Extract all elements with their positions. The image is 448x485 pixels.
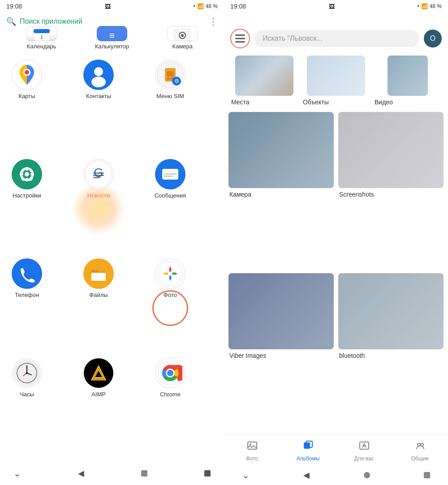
svg-point-7 <box>181 34 184 37</box>
notification-icon-right: 🖼 <box>329 3 335 10</box>
tab-photos[interactable]: Фото <box>224 438 280 464</box>
dot-right: • <box>417 3 419 9</box>
hamburger-button[interactable] <box>230 29 250 48</box>
app-aimp[interactable]: AIMP <box>76 358 121 457</box>
nav-recents-right[interactable] <box>424 472 430 478</box>
nav-home-left[interactable] <box>141 470 147 476</box>
app-messages-label: Сообщения <box>155 192 186 199</box>
bottom-nav-left: ⌄ ◀ <box>0 462 224 485</box>
status-bar-left: 19:08 🖼 • 📶 48 % <box>0 0 224 13</box>
tab-photos-label: Фото <box>246 455 258 462</box>
app-camera[interactable]: Камера <box>160 26 205 50</box>
avatar-button[interactable]: O <box>424 30 442 47</box>
svg-rect-65 <box>248 442 257 449</box>
nav-dropdown-left[interactable]: ⌄ <box>13 468 21 479</box>
app-calendar[interactable]: 1 Календарь <box>19 26 64 50</box>
app-files-label: Файлы <box>89 292 108 298</box>
svg-rect-64 <box>235 41 245 43</box>
battery-left: 48 % <box>206 3 218 9</box>
nav-recents-left[interactable] <box>204 470 211 476</box>
search-icon: 🔍 <box>6 17 16 26</box>
app-chrome[interactable]: Chrome <box>148 358 193 457</box>
tab-foryou[interactable]: Для вас <box>336 438 392 464</box>
svg-point-71 <box>418 443 420 446</box>
app-contacts-label: Контакты <box>86 93 111 99</box>
app-aimp-label: AIMP <box>91 391 106 398</box>
nav-dropdown-right[interactable]: ⌄ <box>242 470 250 481</box>
svg-rect-36 <box>93 177 100 178</box>
app-clock[interactable]: Часы <box>4 358 49 457</box>
app-clock-label: Часы <box>20 391 34 398</box>
svg-text:1: 1 <box>40 35 43 40</box>
category-places[interactable]: Места <box>228 56 300 106</box>
tab-albums-icon <box>303 440 314 454</box>
app-calculator[interactable]: ⊞ Калькулятор <box>90 26 134 50</box>
app-news-label: Новости <box>87 192 110 199</box>
album-bluetooth[interactable]: bluetooth <box>338 273 444 430</box>
nav-home-right[interactable] <box>364 472 370 478</box>
svg-point-10 <box>25 70 29 75</box>
album-grid: Камера Screenshots Viber Images blueto <box>224 107 448 434</box>
album-camera-label: Камера <box>228 191 334 198</box>
app-chrome-label: Chrome <box>160 391 181 398</box>
status-icons-left: • 📶 48 % <box>193 3 218 9</box>
app-sim[interactable]: ⚙ Меню SIM <box>148 60 193 159</box>
svg-rect-63 <box>235 38 245 39</box>
app-phone[interactable]: Телефон <box>4 258 49 358</box>
album-screenshots[interactable]: Screenshots <box>338 112 444 269</box>
app-phone-label: Телефон <box>15 292 39 298</box>
svg-point-42 <box>13 260 40 287</box>
tab-albums[interactable]: Альбомы <box>280 438 336 464</box>
app-settings-label: Настройки <box>13 192 41 199</box>
svg-point-12 <box>94 67 103 76</box>
category-video[interactable]: Видео <box>372 56 444 106</box>
svg-point-51 <box>26 372 28 374</box>
album-bluetooth-label: bluetooth <box>338 352 444 359</box>
album-camera[interactable]: Камера <box>228 112 334 269</box>
search-field-right[interactable]: Искать "Львовск... <box>254 30 419 47</box>
search-input[interactable] <box>20 17 205 26</box>
nav-back-left[interactable]: ◀ <box>78 468 84 478</box>
svg-rect-41 <box>164 176 173 177</box>
svg-rect-17 <box>167 77 170 80</box>
album-viber[interactable]: Viber Images <box>228 273 334 430</box>
top-apps-row: 1 Календарь ⊞ Калькулятор Камера <box>0 26 224 55</box>
svg-rect-25 <box>26 178 28 181</box>
tab-foryou-icon <box>359 440 370 454</box>
nav-back-right[interactable]: ◀ <box>303 470 310 480</box>
svg-text:⚙: ⚙ <box>174 78 179 84</box>
photo-categories: Места Объекты Видео <box>224 53 448 107</box>
status-icons-right: • 📶 48 % <box>417 3 442 9</box>
tab-shared-icon <box>415 440 426 454</box>
svg-rect-62 <box>235 34 245 36</box>
app-photos-label: Фото <box>164 292 177 298</box>
svg-rect-1 <box>34 29 50 33</box>
category-video-label: Видео <box>372 99 393 106</box>
app-camera-label: Камера <box>172 43 193 50</box>
tab-photos-icon <box>247 440 258 454</box>
app-maps-label: Карты <box>18 93 35 99</box>
app-news[interactable]: G Новости <box>76 159 121 258</box>
svg-point-45 <box>168 272 172 276</box>
svg-point-66 <box>250 443 251 445</box>
bottom-nav-sys-right: ⌄ ◀ <box>224 465 448 485</box>
right-panel: 19:08 🖼 • 📶 48 % Искать "Львовск... O <box>224 0 448 485</box>
app-maps[interactable]: Карты <box>4 60 49 159</box>
tab-albums-label: Альбомы <box>297 455 320 462</box>
right-header: Искать "Львовск... O <box>224 13 448 53</box>
app-settings[interactable]: Настройки <box>4 159 49 258</box>
app-calendar-label: Календарь <box>27 43 56 50</box>
app-contacts[interactable]: Контакты <box>76 60 121 159</box>
svg-rect-35 <box>93 175 104 176</box>
category-objects[interactable]: Объекты <box>300 56 372 106</box>
app-files[interactable]: Файлы <box>76 258 121 358</box>
album-screenshots-label: Screenshots <box>338 191 444 198</box>
tab-foryou-label: Для вас <box>354 455 374 462</box>
tab-shared[interactable]: Общие <box>392 438 448 464</box>
tab-shared-label: Общие <box>411 455 429 462</box>
left-panel: 19:08 🖼 • 📶 48 % 🔍 ⋮ 1 Календарь ⊞ Кальк… <box>0 0 224 485</box>
album-viber-label: Viber Images <box>228 352 334 359</box>
app-messages[interactable]: Сообщения <box>148 159 193 258</box>
more-icon[interactable]: ⋮ <box>209 16 218 27</box>
app-photos[interactable]: Фото <box>148 258 193 358</box>
